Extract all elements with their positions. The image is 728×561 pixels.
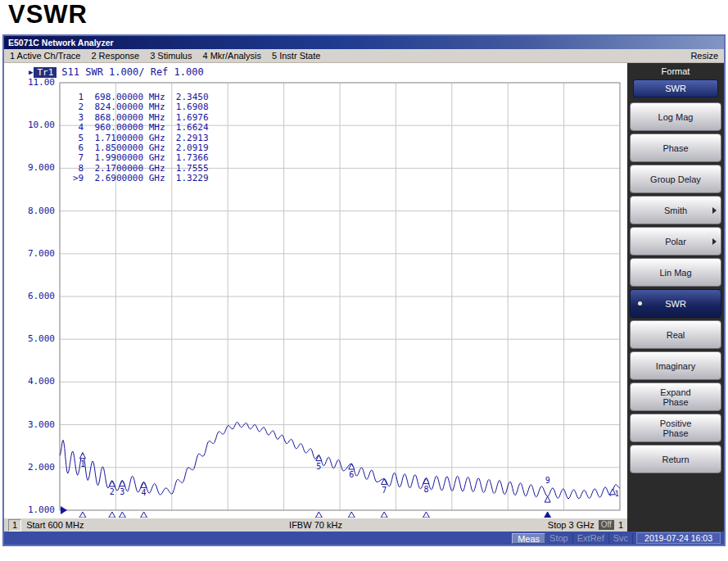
page-title: VSWR <box>8 0 88 29</box>
softkey-label: Polar <box>665 237 686 247</box>
marker-number-4: 4 <box>142 488 147 497</box>
y-axis-label: 2.000 <box>4 462 55 473</box>
window-title: E5071C Network Analyzer <box>8 38 114 48</box>
softkey-real[interactable]: Real <box>630 320 721 349</box>
stop-frequency: Stop 3 GHz <box>548 520 595 530</box>
start-frequency: Start 600 MHz <box>26 520 84 530</box>
softkey-expand-phase[interactable]: Expand Phase <box>630 382 721 411</box>
softkey-label: SWR <box>665 299 686 309</box>
marker-number-8: 8 <box>423 485 428 494</box>
softkey-label: Smith <box>664 206 687 215</box>
status-trailing-number: 1 <box>618 520 623 530</box>
marker-table: 1 698.00000 MHz 2.3450 2 824.00000 MHz 1… <box>73 93 209 184</box>
softkey-return[interactable]: Return <box>630 445 721 473</box>
instrument-status-bar: Meas Stop ExtRef Svc 2019-07-24 16:03 <box>4 532 724 545</box>
trace-header: ▶ Tr1 S11 SWR 1.000/ Ref 1.000 <box>29 66 204 78</box>
y-axis-label: 5.000 <box>4 333 55 344</box>
softkey-polar[interactable]: Polar <box>630 227 721 256</box>
softkey-label: Log Mag <box>658 112 694 122</box>
meas-status-badge: Meas <box>512 533 545 544</box>
status-bar: 1 Start 600 MHz IFBW 70 kHz Stop 3 GHz O… <box>4 518 627 532</box>
marker-table-row-2: 2 824.00000 MHz 1.6908 <box>73 102 209 112</box>
menu-item-5[interactable]: 5 Instr State <box>272 51 320 61</box>
softkey-label: Lin Mag <box>659 268 691 278</box>
marker-table-row-7: 7 1.9900000 GHz 1.7366 <box>73 153 209 163</box>
marker-table-row-4: 4 960.00000 MHz 1.6624 <box>73 123 209 133</box>
softkey-menu-value: SWR <box>633 79 718 97</box>
trace-settings: S11 SWR 1.000/ Ref 1.000 <box>61 66 203 78</box>
marker-number-3: 3 <box>120 487 124 496</box>
softkey-label: Real <box>667 330 685 340</box>
svc-status: Svc <box>609 533 633 544</box>
y-axis-label: 9.000 <box>4 162 55 173</box>
menu-item-2[interactable]: 2 Response <box>91 51 139 61</box>
correction-off-badge: Off <box>599 520 614 530</box>
softkey-smith[interactable]: Smith <box>630 196 721 224</box>
y-axis-label: 1.000 <box>4 504 55 515</box>
softkey-lin-mag[interactable]: Lin Mag <box>630 258 721 287</box>
marker-axis-indicator-5[interactable] <box>315 512 322 518</box>
softkey-label: Phase <box>662 143 688 153</box>
softkey-label: Imaginary <box>656 361 695 371</box>
marker-table-row-9: >9 2.6900000 GHz 1.3229 <box>73 174 209 183</box>
stop-status: Stop <box>545 533 573 544</box>
softkey-swr[interactable]: SWR <box>630 289 721 318</box>
menu-item-4[interactable]: 4 Mkr/Analysis <box>202 51 261 61</box>
marker-symbol-1[interactable] <box>79 453 85 459</box>
marker-axis-indicator-4[interactable] <box>141 512 147 518</box>
menu-resize[interactable]: Resize <box>690 51 718 61</box>
softkey-menu-title: Format <box>629 65 722 78</box>
chart-panel: ▶ Tr1 S11 SWR 1.000/ Ref 1.000 11.0010.0… <box>4 63 627 518</box>
reference-level-arrow <box>61 506 67 514</box>
softkey-sidebar: Format SWR Log MagPhaseGroup DelaySmithP… <box>627 63 724 532</box>
y-axis-labels: 11.0010.009.0008.0007.0006.0005.0004.000… <box>4 63 55 518</box>
marker-axis-indicator-3[interactable] <box>119 512 125 518</box>
content-row: ▶ Tr1 S11 SWR 1.000/ Ref 1.000 11.0010.0… <box>4 63 724 532</box>
softkey-label: Expand Phase <box>660 387 690 407</box>
softkey-label: Group Delay <box>650 174 701 184</box>
softkey-imaginary[interactable]: Imaginary <box>630 351 721 380</box>
softkey-label: Positive Phase <box>660 418 692 438</box>
y-axis-label: 7.000 <box>4 248 55 259</box>
menu-bar: 1 Active Ch/Trace2 Response3 Stimulus4 M… <box>4 49 724 63</box>
softkey-label: Return <box>662 455 689 464</box>
active-bullet-icon <box>638 301 642 305</box>
analyzer-window: E5071C Network Analyzer 1 Active Ch/Trac… <box>2 34 726 546</box>
y-axis-label: 4.000 <box>4 376 55 387</box>
softkey-phase[interactable]: Phase <box>630 133 721 162</box>
marker-number-7: 7 <box>382 486 387 495</box>
datetime: 2019-07-24 16:03 <box>636 532 721 544</box>
chart-column: ▶ Tr1 S11 SWR 1.000/ Ref 1.000 11.0010.0… <box>4 63 627 532</box>
marker-axis-indicator-1[interactable] <box>79 512 86 518</box>
softkey-log-mag[interactable]: Log Mag <box>630 102 721 131</box>
marker-number-9: 9 <box>545 476 550 485</box>
marker-number-1: 1 <box>80 459 85 468</box>
extref-status: ExtRef <box>573 533 609 544</box>
marker-symbol-9[interactable] <box>545 496 550 502</box>
y-axis-label: 8.000 <box>4 206 55 216</box>
trace-end-number: 1 <box>615 490 619 498</box>
softkey-group-delay[interactable]: Group Delay <box>630 165 721 193</box>
window-titlebar: E5071C Network Analyzer <box>4 36 724 49</box>
softkey-positive-phase[interactable]: Positive Phase <box>630 414 721 442</box>
marker-number-2: 2 <box>110 487 115 496</box>
y-axis-label: 11.00 <box>4 77 55 88</box>
marker-axis-indicator-9[interactable] <box>545 512 551 518</box>
marker-axis-indicator-8[interactable] <box>423 512 429 518</box>
menu-items: 1 Active Ch/Trace2 Response3 Stimulus4 M… <box>10 51 320 61</box>
marker-number-6: 6 <box>349 470 354 479</box>
ifbw-label: IFBW 70 kHz <box>4 520 627 530</box>
y-axis-label: 3.000 <box>4 419 55 430</box>
y-axis-label: 6.000 <box>4 291 55 301</box>
marker-axis-indicator-2[interactable] <box>109 512 115 518</box>
submenu-arrow-icon <box>712 207 717 214</box>
marker-axis-indicator-6[interactable] <box>348 512 355 518</box>
submenu-arrow-icon <box>712 238 717 245</box>
y-axis-label: 10.00 <box>4 120 55 130</box>
menu-item-3[interactable]: 3 Stimulus <box>150 51 192 61</box>
menu-item-1[interactable]: 1 Active Ch/Trace <box>10 51 80 61</box>
marker-axis-indicator-7[interactable] <box>381 512 387 518</box>
stop-group: Stop 3 GHz Off 1 <box>548 520 623 530</box>
softkey-list: Log MagPhaseGroup DelaySmithPolarLin Mag… <box>629 102 722 476</box>
marker-number-5: 5 <box>316 462 321 471</box>
